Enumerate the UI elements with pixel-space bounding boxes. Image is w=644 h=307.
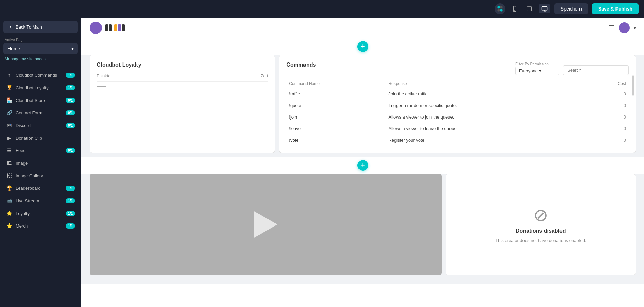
filter-chevron-icon: ▾: [539, 68, 541, 73]
cmd-response: Allows a viewer to leave the queue.: [386, 123, 591, 134]
widget-row-bottom: ⊘ Donations disabled This creator does n…: [81, 174, 644, 284]
sidebar-item-icon-live-stream: 📹: [6, 198, 12, 203]
commands-table: Command Name Response Cost !raffle Join …: [286, 79, 629, 146]
sidebar-item-left: 🔗 Contact Form: [6, 110, 42, 115]
cmd-name: !leave: [286, 123, 386, 134]
brand-icon: [497, 5, 503, 12]
svg-point-7: [529, 11, 529, 11]
sidebar-item-icon-image: 🖼: [6, 160, 12, 166]
sidebar-item-leaderboard[interactable]: 🏆 Leaderboard 1/1: [1, 182, 80, 194]
sidebar-item-contact-form[interactable]: 🔗 Contact Form 0/1: [1, 107, 80, 119]
loyalty-bar: [97, 86, 106, 87]
sidebar-item-icon-cloudbot-commands: ↑: [6, 72, 12, 78]
cmd-cost: 0: [591, 100, 629, 111]
donations-title: Donations disabled: [516, 228, 566, 234]
svg-point-5: [514, 10, 515, 11]
tablet-view-button[interactable]: [524, 4, 535, 13]
svg-rect-3: [500, 9, 503, 12]
cmd-name: !quote: [286, 100, 386, 111]
commands-search-input[interactable]: [563, 65, 629, 75]
sidebar-item-badge-discord: 0/1: [66, 123, 75, 128]
sidebar-item-label-feed: Feed: [16, 148, 26, 153]
sidebar-item-icon-cloudbot-store: 🏪: [6, 97, 12, 103]
widget-row-top: Cloudbot Loyalty Punkte Zeit Commands Fi…: [81, 55, 644, 157]
sidebar-item-icon-merch: ⭐: [6, 223, 12, 229]
sidebar-item-badge-contact-form: 0/1: [66, 110, 75, 115]
sidebar-item-left: 🖼 Image Gallery: [6, 173, 43, 178]
sidebar-item-feed[interactable]: ☰ Feed 0/1: [1, 144, 80, 157]
sidebar-item-label-discord: Discord: [16, 123, 31, 128]
sidebar-item-icon-contact-form: 🔗: [6, 110, 12, 115]
commands-table-header: Command Name Response Cost: [286, 79, 629, 88]
sidebar-item-loyalty[interactable]: ⭐ Loyalty 1/1: [1, 207, 80, 219]
add-section-top-button[interactable]: +: [357, 41, 368, 52]
back-arrow-icon: [8, 25, 13, 30]
sidebar-item-left: ⭐ Merch: [6, 223, 28, 229]
sidebar-item-label-image: Image: [16, 161, 28, 166]
sidebar-item-left: 📹 Live Stream: [6, 198, 39, 203]
cmd-name: !join: [286, 111, 386, 123]
manage-pages-link[interactable]: Manage my site pages: [0, 54, 81, 66]
tablet-icon: [526, 6, 533, 12]
sidebar-item-image-gallery[interactable]: 🖼 Image Gallery: [1, 169, 80, 182]
sidebar-item-icon-discord: 🎮: [6, 123, 12, 128]
svg-rect-2: [497, 9, 500, 12]
sidebar-item-cloudbot-store[interactable]: 🏪 Cloudbot Store 0/1: [1, 94, 80, 106]
commands-scrollbar[interactable]: [632, 75, 634, 146]
sidebar-item-badge-loyalty: 1/1: [66, 211, 75, 216]
scrollbar-thumb: [632, 75, 634, 96]
sidebar-item-label-leaderboard: Leaderboard: [16, 186, 41, 191]
sidebar-item-live-stream[interactable]: 📹 Live Stream 1/1: [1, 195, 80, 207]
sidebar-item-badge-cloudbot-loyalty: 1/1: [66, 85, 75, 90]
sidebar-item-badge-feed: 0/1: [66, 148, 75, 153]
svg-rect-8: [542, 6, 547, 10]
sidebar-item-donation-clip[interactable]: ▶ Donation Clip: [1, 132, 80, 144]
main-content: ☰ ▾ + Cloudbot Loyalty Punkte Zeit: [81, 18, 644, 307]
table-row: !join Allows a viewer to join the queue.…: [286, 111, 629, 123]
sidebar-item-left: ▶ Donation Clip: [6, 135, 42, 141]
loyalty-title: Cloudbot Loyalty: [97, 62, 268, 68]
desktop-view-button[interactable]: [539, 4, 550, 13]
filter-select[interactable]: Everyone ▾: [515, 67, 559, 75]
add-section-middle: +: [81, 157, 644, 174]
app-logo: [495, 3, 505, 14]
svg-rect-1: [500, 6, 503, 9]
sidebar-item-image[interactable]: 🖼 Image: [1, 157, 80, 169]
sidebar-item-label-contact-form: Contact Form: [16, 110, 42, 115]
sidebar-item-label-cloudbot-store: Cloudbot Store: [16, 98, 45, 103]
sidebar-item-discord[interactable]: 🎮 Discord 0/1: [1, 119, 80, 131]
active-page-label: Active Page: [0, 35, 81, 43]
sidebar-items-container: ↑ Cloudbot Commands 1/1 🏆 Cloudbot Loyal…: [0, 69, 81, 232]
user-avatar[interactable]: [619, 22, 630, 33]
play-button[interactable]: [254, 211, 277, 238]
sidebar-divider: [0, 67, 81, 67]
hamburger-icon[interactable]: ☰: [609, 24, 615, 32]
sidebar-item-icon-leaderboard: 🏆: [6, 185, 12, 191]
table-row: !leave Allows a viewer to leave the queu…: [286, 123, 629, 134]
page-header: ☰ ▾: [81, 18, 644, 38]
active-page-select[interactable]: Home ▾: [3, 43, 78, 54]
donations-description: This creator does not have donations ena…: [495, 238, 586, 243]
logo-icon: [495, 3, 505, 14]
sidebar-item-left: ↑ Cloudbot Commands: [6, 72, 57, 78]
widget-live-stream: [90, 174, 442, 275]
table-row: !vote Register your vote. 0: [286, 134, 629, 146]
sidebar-item-merch[interactable]: ⭐ Merch 1/1: [1, 220, 80, 232]
sidebar-item-cloudbot-loyalty[interactable]: 🏆 Cloudbot Loyalty 1/1: [1, 82, 80, 94]
mobile-view-button[interactable]: [510, 4, 520, 13]
col-command-name: Command Name: [286, 79, 386, 88]
sidebar-item-label-cloudbot-commands: Cloudbot Commands: [16, 73, 57, 78]
commands-header: Commands Filter By Permission Everyone ▾: [286, 62, 629, 75]
add-section-middle-button[interactable]: +: [357, 160, 368, 171]
speichern-button[interactable]: Speichern: [554, 3, 588, 14]
sidebar-item-left: ⭐ Loyalty: [6, 211, 30, 216]
sidebar-item-badge-cloudbot-commands: 1/1: [66, 73, 75, 78]
sidebar-item-label-donation-clip: Donation Clip: [16, 136, 42, 141]
widget-cloudbot-loyalty: Cloudbot Loyalty Punkte Zeit: [90, 55, 275, 153]
back-to-main-button[interactable]: Back To Main: [3, 21, 78, 33]
sidebar-item-icon-image-gallery: 🖼: [6, 173, 12, 178]
save-publish-button[interactable]: Save & Publish: [592, 3, 639, 14]
page-header-right: ☰ ▾: [609, 22, 636, 33]
sidebar-item-cloudbot-commands[interactable]: ↑ Cloudbot Commands 1/1: [1, 69, 80, 81]
app-layout: Back To Main Active Page Home ▾ Manage m…: [0, 18, 644, 307]
